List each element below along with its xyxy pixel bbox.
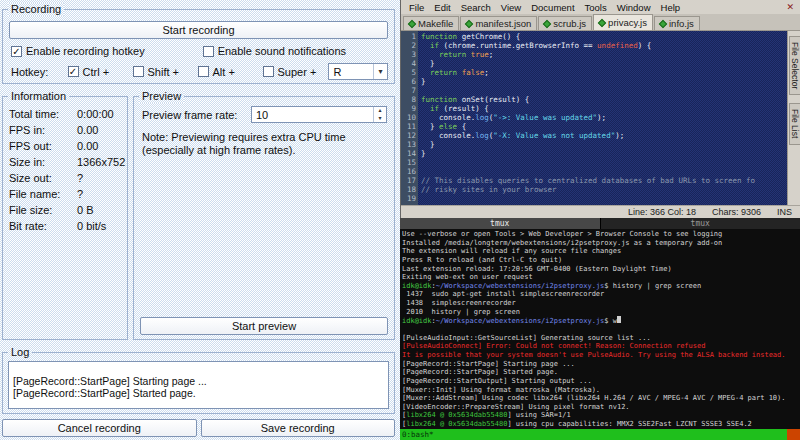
preview-note: Note: Previewing requires extra CPU time…: [142, 131, 376, 157]
side-tab-file-list[interactable]: File List: [789, 103, 800, 144]
tab-info.js[interactable]: info.js: [654, 16, 700, 30]
terminal-line: [402, 325, 800, 334]
info-label: File name:: [9, 188, 77, 200]
info-label: Size in:: [9, 156, 77, 168]
hotkey-key-select[interactable]: R ▾: [328, 63, 388, 80]
tab-label: Makefile: [418, 18, 453, 29]
line-number: 17: [401, 176, 416, 185]
editor-statusbar: Line: 366 Col: 18 Chars: 9306 INS: [401, 205, 800, 218]
code-line: return true;: [421, 50, 787, 59]
status-line-col: Line: 366 Col: 18: [628, 207, 696, 217]
terminal-line: [PageRecord::StartOutput] Starting outpu…: [402, 377, 800, 386]
menu-help[interactable]: Help: [656, 2, 686, 13]
tab-Makefile[interactable]: Makefile: [403, 16, 459, 30]
terminal-line: 1437 sudo apt-get install simplescreenre…: [402, 290, 800, 299]
modifier-checkbox-3[interactable]: Super +: [263, 66, 328, 78]
cancel-recording-button[interactable]: Cancel recording: [2, 419, 197, 437]
info-row: Total time:0:00:00: [9, 106, 124, 122]
file-icon: [659, 19, 667, 27]
info-value: 0 bit/s: [77, 220, 124, 232]
information-group: Information Total time:0:00:00FPS in:0.0…: [2, 96, 128, 340]
chevron-down-icon: ▾: [373, 64, 387, 79]
frame-rate-value: 10: [252, 109, 373, 121]
code-line: return false;: [421, 68, 787, 77]
line-number: 1: [401, 32, 416, 41]
code-editor[interactable]: function getChrome() { if (chrome.runtim…: [418, 31, 787, 205]
tab-manifest.json[interactable]: manifest.json: [460, 16, 537, 30]
info-value: 0 B: [77, 204, 124, 216]
line-number: 4: [401, 59, 416, 68]
save-recording-button[interactable]: Save recording: [201, 419, 396, 437]
frame-rate-label: Preview frame rate:: [142, 109, 237, 121]
hotkey-key-value: R: [329, 66, 373, 78]
code-line: }: [421, 140, 787, 149]
menu-file[interactable]: File: [404, 2, 429, 13]
tmux-titlebar-focused[interactable]: tmux: [400, 218, 600, 229]
modifier-checkbox-0[interactable]: ✓Ctrl +: [68, 66, 133, 78]
tmux-status-right-block: [787, 429, 800, 440]
screen-recorder-window: Recording Start recording ✓Enable record…: [0, 0, 400, 440]
info-row: FPS out:0.00: [9, 138, 124, 154]
option-checkbox-1[interactable]: Enable sound notifications: [203, 45, 346, 57]
info-label: FPS in:: [9, 124, 77, 136]
code-line: if (result) {: [421, 104, 787, 113]
info-row: Size in:1366x752: [9, 154, 124, 170]
code-line: [421, 194, 787, 203]
log-output[interactable]: [PageRecord::StartPage] Starting page ..…: [8, 361, 389, 409]
code-line: } else {: [421, 122, 787, 131]
recording-group: Recording Start recording ✓Enable record…: [2, 9, 395, 84]
close-icon[interactable]: ✕: [786, 2, 797, 12]
line-number: 3: [401, 50, 416, 59]
info-value: ?: [77, 172, 124, 184]
side-tab-file-selector[interactable]: File Selector: [789, 36, 800, 95]
spin-up-icon[interactable]: ▴: [374, 107, 386, 115]
checkbox-box: [263, 66, 274, 77]
menu-edit[interactable]: Edit: [429, 2, 455, 13]
window-titlebars: tmux tmux: [400, 218, 800, 229]
tab-privacy.js[interactable]: privacy.js: [593, 14, 653, 30]
line-number: 9: [401, 104, 416, 113]
spin-down-icon[interactable]: ▾: [374, 115, 386, 123]
recording-options-row: ✓Enable recording hotkeyEnable sound not…: [11, 44, 388, 58]
terminal-window: tmux tmux Use --verbose or open Tools > …: [400, 218, 800, 440]
tab-scrub.js[interactable]: scrub.js: [538, 16, 592, 30]
menu-document[interactable]: Document: [526, 2, 579, 13]
terminal-line: [VideoEncoder::PrepareStream] Using pixe…: [402, 403, 800, 412]
terminal-line: Use --verbose or open Tools > Web Develo…: [402, 230, 800, 239]
terminal-line: The extension will reload if any source …: [402, 247, 800, 256]
tab-label: manifest.json: [475, 18, 531, 29]
text-editor-window: FileEditSearchViewDocumentToolsWindowHel…: [400, 0, 800, 218]
code-line: }: [421, 149, 787, 158]
modifier-checkbox-2[interactable]: Alt +: [198, 66, 263, 78]
info-row: FPS in:0.00: [9, 122, 124, 138]
terminal-output[interactable]: Use --verbose or open Tools > Web Develo…: [400, 229, 800, 429]
terminal-line: [PageRecord::StartPage] Started page.: [402, 368, 800, 377]
info-row: File size:0 B: [9, 202, 124, 218]
frame-rate-row: Preview frame rate: 10 ▴ ▾: [142, 106, 387, 123]
modifier-checkbox-1[interactable]: Shift +: [133, 66, 198, 78]
info-label: Size out:: [9, 172, 77, 184]
line-number: 19: [401, 194, 416, 203]
menu-search[interactable]: Search: [456, 2, 496, 13]
checkbox-label: Shift +: [148, 66, 180, 78]
tab-label: scrub.js: [553, 18, 586, 29]
log-group: Log [PageRecord::StartPage] Starting pag…: [2, 352, 395, 414]
line-number: 14: [401, 149, 416, 158]
terminal-line: 2010 history | grep screen: [402, 308, 800, 317]
log-group-title: Log: [8, 346, 32, 359]
info-row: File name:?: [9, 186, 124, 202]
menu-tools[interactable]: Tools: [580, 2, 612, 13]
file-icon: [465, 19, 473, 27]
checkbox-label: Super +: [278, 66, 317, 78]
tmux-titlebar-unfocused[interactable]: tmux: [600, 218, 800, 229]
code-line: }: [421, 59, 787, 68]
menu-view[interactable]: View: [496, 2, 526, 13]
code-line: console.log("->: Value was updated");: [421, 113, 787, 122]
menu-window[interactable]: Window: [612, 2, 656, 13]
start-recording-button[interactable]: Start recording: [9, 21, 388, 39]
start-preview-button[interactable]: Start preview: [140, 317, 388, 335]
frame-rate-spinbox[interactable]: 10 ▴ ▾: [251, 106, 387, 123]
terminal-line: Last extension reload: 17:20:56 GMT-0400…: [402, 265, 800, 274]
tmux-window-label[interactable]: 0:bash*: [402, 429, 434, 440]
option-checkbox-0[interactable]: ✓Enable recording hotkey: [11, 45, 145, 57]
